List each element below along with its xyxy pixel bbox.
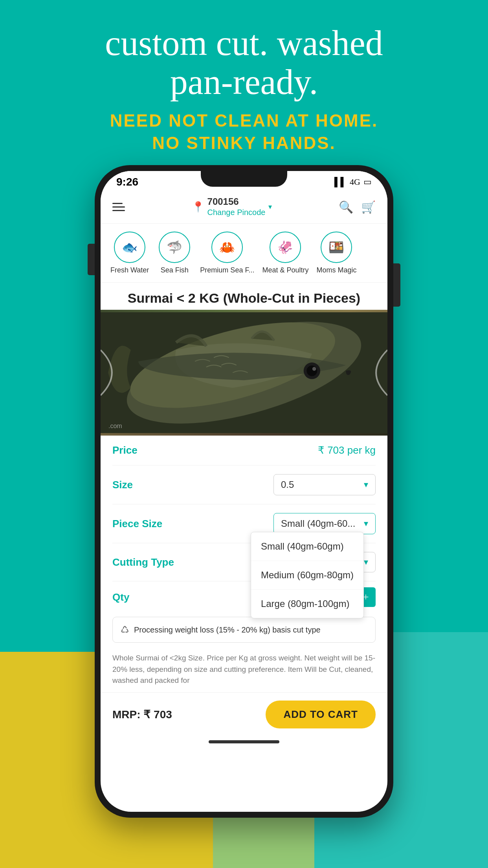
size-dropdown-arrow: ▾ [364, 480, 368, 490]
piece-size-dropdown[interactable]: Small (40gm-60... ▾ [273, 513, 376, 534]
size-dropdown[interactable]: 0.5 ▾ [273, 474, 376, 495]
hamburger-menu[interactable] [112, 203, 125, 211]
dropdown-option-large[interactable]: Large (80gm-100gm) [251, 590, 363, 618]
status-icons: ▌▌ 4G ▭ [334, 177, 372, 187]
category-label-meatpoultry: Meat & Poultry [262, 266, 308, 274]
category-circle-freshwater: 🐟 [114, 232, 145, 263]
watermark: .com [108, 423, 122, 430]
size-row: Size 0.5 ▾ [112, 465, 376, 504]
svg-point-4 [306, 366, 317, 376]
price-row: Price ₹ 703 per kg [112, 436, 376, 465]
category-item-momsmagic[interactable]: 🍱 Moms Magic [316, 232, 356, 274]
piece-size-value: Small (40gm-60... [281, 518, 355, 529]
home-indicator [209, 740, 279, 743]
category-scroll: 🐟 Fresh Water 🦈 Sea Fish 🦀 Premium Sea F… [101, 224, 387, 283]
info-banner-text: Processing weight loss (15% - 20% kg) ba… [134, 625, 321, 634]
status-time: 9:26 [116, 176, 138, 188]
location-selector[interactable]: 📍 700156 Change Pincode ▾ [192, 196, 272, 217]
subheadline-line1: NEED NOT CLEAN AT HOME. [110, 111, 378, 130]
category-item-meatpoultry[interactable]: 🦑 Meat & Poultry [262, 232, 308, 274]
dropdown-option-medium[interactable]: Medium (60gm-80gm) [251, 561, 363, 590]
nav-action-icons: 🔍 🛒 [339, 200, 376, 214]
headline-section: custom cut. washed pan-ready. NEED NOT C… [0, 24, 488, 154]
category-item-premiumsea[interactable]: 🦀 Premium Sea F... [200, 232, 254, 274]
search-icon[interactable]: 🔍 [339, 200, 353, 214]
location-pin-icon: 📍 [192, 201, 204, 213]
piece-size-row: Piece Size Small (40gm-60... ▾ Small (40… [112, 504, 376, 543]
phone-outer: 9:26 ▌▌ 4G ▭ 📍 700156 C [95, 165, 393, 818]
piece-size-label: Piece Size [112, 518, 162, 530]
category-circle-premiumsea: 🦀 [211, 232, 243, 263]
battery-icon: ▭ [363, 177, 372, 187]
category-circle-meatpoultry: 🦑 [270, 232, 301, 263]
headline-text: custom cut. washed [0, 24, 488, 63]
location-dropdown-arrow: ▾ [268, 202, 272, 211]
mrp-text: MRP: ₹ 703 [112, 708, 172, 721]
category-item-freshwater[interactable]: 🐟 Fresh Water [110, 232, 149, 274]
product-title: Surmai < 2 KG (Whole-Cut in Pieces) [101, 283, 387, 310]
category-label-seafish: Sea Fish [161, 266, 189, 274]
qty-label: Qty [112, 591, 129, 603]
category-label-freshwater: Fresh Water [110, 266, 149, 274]
change-pincode-label: Change Pincode [207, 208, 266, 217]
add-to-cart-button[interactable]: ADD TO CART [266, 701, 376, 728]
price-label: Price [112, 444, 138, 456]
category-circle-seafish: 🦈 [159, 232, 190, 263]
category-label-momsmagic: Moms Magic [316, 266, 356, 274]
product-image: .com [101, 310, 387, 436]
svg-point-5 [312, 367, 316, 371]
fish-image-bg: .com [101, 310, 387, 436]
category-item-seafish[interactable]: 🦈 Sea Fish [157, 232, 192, 274]
price-value: ₹ 703 per kg [318, 444, 376, 456]
top-nav: 📍 700156 Change Pincode ▾ 🔍 🛒 [101, 190, 387, 224]
info-banner: ♺ Processing weight loss (15% - 20% kg) … [112, 617, 376, 643]
piece-size-menu: Small (40gm-60gm) Medium (60gm-80gm) Lar… [251, 532, 364, 618]
pincode-value: 700156 [207, 196, 266, 207]
location-text: 700156 Change Pincode [207, 196, 266, 217]
phone-wrapper: 9:26 ▌▌ 4G ▭ 📍 700156 C [95, 165, 393, 826]
subheadline-line2: NO STINKY HANDS. [152, 133, 336, 153]
size-label: Size [112, 479, 133, 491]
category-label-premiumsea: Premium Sea F... [200, 266, 254, 274]
product-details: Price ₹ 703 per kg Size 0.5 ▾ Piece Size… [101, 436, 387, 692]
signal-icon: ▌▌ [334, 177, 347, 187]
cart-icon[interactable]: 🛒 [361, 200, 376, 214]
info-icon: ♺ [121, 624, 129, 635]
network-icon: 4G [350, 177, 360, 187]
product-description: Whole Surmai of <2kg Size. Price per Kg … [112, 647, 376, 692]
size-value: 0.5 [281, 479, 294, 490]
subheadline: NEED NOT CLEAN AT HOME. NO STINKY HANDS. [0, 109, 488, 154]
dropdown-option-small[interactable]: Small (40gm-60gm) [251, 532, 363, 561]
category-circle-momsmagic: 🍱 [321, 232, 352, 263]
phone-screen: 9:26 ▌▌ 4G ▭ 📍 700156 C [101, 171, 387, 812]
piece-size-arrow: ▾ [364, 519, 368, 529]
bottom-bar: MRP: ₹ 703 ADD TO CART [101, 692, 387, 736]
headline-text2: pan-ready. [0, 63, 488, 101]
cutting-type-label: Cutting Type [112, 556, 174, 568]
phone-notch [201, 171, 287, 187]
